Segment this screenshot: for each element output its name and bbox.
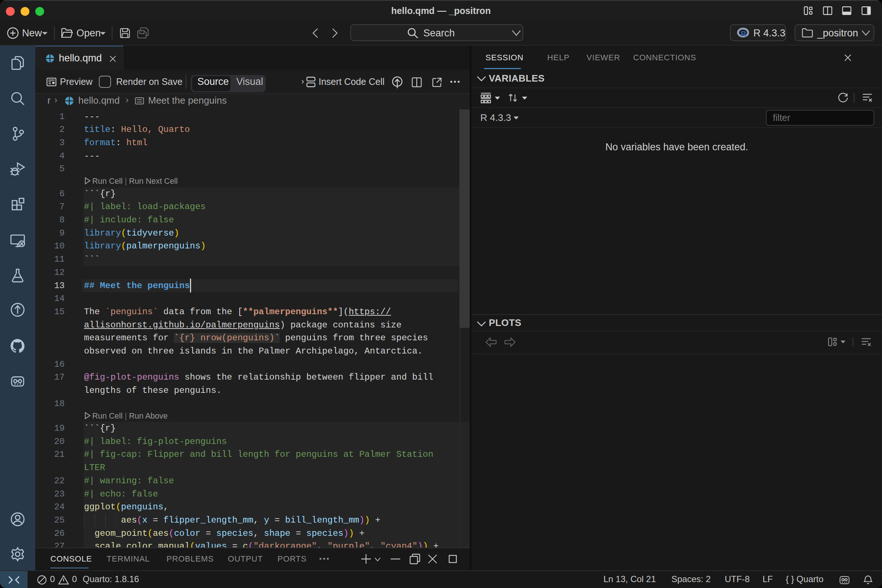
svg-text:R: R (741, 29, 746, 38)
